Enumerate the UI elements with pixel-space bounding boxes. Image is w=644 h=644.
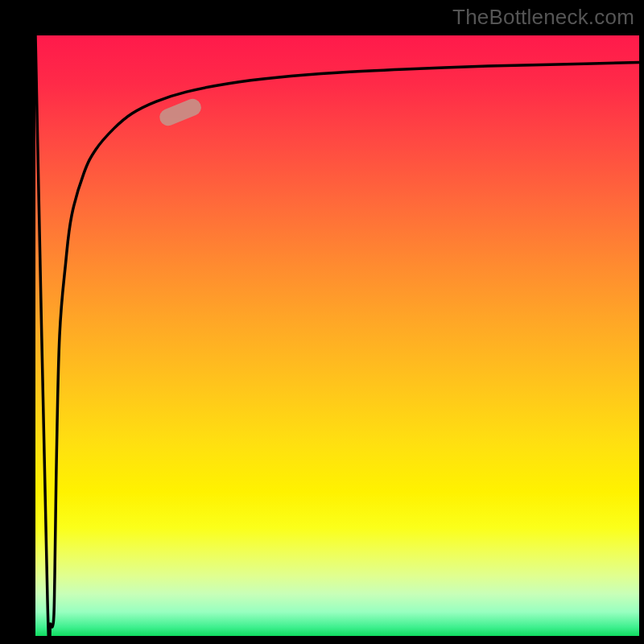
plot-area	[35, 35, 639, 636]
highlight-marker	[157, 97, 204, 129]
watermark-text: TheBottleneck.com	[452, 5, 634, 30]
bottleneck-curve	[35, 35, 639, 636]
chart-canvas: TheBottleneck.com	[0, 0, 644, 644]
svg-rect-0	[157, 97, 204, 129]
curve-layer	[35, 35, 639, 636]
